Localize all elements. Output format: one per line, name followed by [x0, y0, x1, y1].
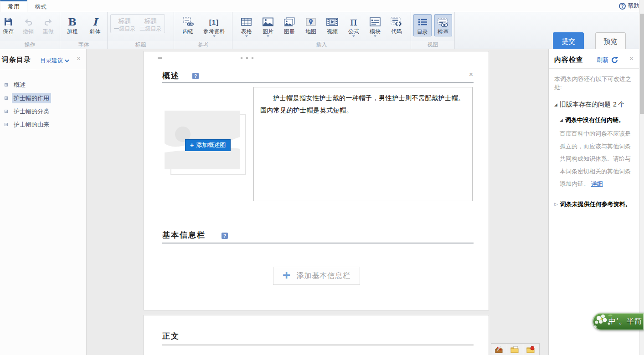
image-icon — [263, 15, 273, 28]
overview-divider — [162, 82, 474, 83]
formula-dropdown-caret-icon — [352, 36, 355, 38]
toc-sidebar-close-icon[interactable]: × — [77, 55, 81, 63]
insert-module-label: 模块 — [370, 28, 381, 35]
group-insert: 表格 图片 图册 — [232, 12, 411, 49]
module-icon — [370, 15, 381, 28]
insert-map-button[interactable]: 地图 — [301, 14, 321, 35]
toc-item-classification[interactable]: 护士帽的分类 — [0, 105, 86, 118]
add-infobox-label: 添加基本信息栏 — [296, 271, 350, 281]
insert-video-label: 视频 — [327, 28, 338, 35]
chevron-down-icon — [65, 58, 69, 62]
overview-image-placeholder: + 添加概述图 — [165, 111, 253, 183]
overview-text-input[interactable]: 护士帽是指女性护士戴的一种帽子，男性护士则不需配戴护士帽。国内常见的护士帽是英式… — [253, 87, 473, 201]
scrollbar-thumb[interactable] — [640, 14, 644, 114]
heading1-title: 标题 — [118, 17, 131, 25]
body-section-title: 正文 — [162, 331, 180, 341]
insert-module-button[interactable]: 模块 — [365, 14, 385, 38]
save-button[interactable]: 保存 — [0, 14, 18, 35]
editor-workspace: 词条目录 目录建议 × 概述 护士帽的作用 护士帽的分类 护士帽的由来 — [0, 49, 644, 355]
content-check-close-icon[interactable]: × — [629, 55, 634, 63]
italic-label: 斜体 — [90, 28, 101, 35]
heading1-button[interactable]: 标题 一级目录 — [112, 15, 138, 32]
detail-link[interactable]: 详细 — [591, 180, 603, 187]
issue-group-row[interactable]: ◢ 旧版本存在的问题 2 个 — [554, 101, 634, 109]
italic-icon: I — [93, 15, 97, 28]
tab-common-label: 常用 — [8, 3, 20, 11]
table-icon — [241, 15, 252, 28]
plus-icon: + — [283, 268, 291, 282]
insert-code-button[interactable]: 代码 — [386, 14, 407, 35]
toc-item-label: 护士帽的分类 — [12, 106, 51, 117]
group-label-operations: 操作 — [0, 41, 60, 49]
group-operations: 保存 撤销 重做 操作 — [0, 12, 60, 49]
toc-suggest-link[interactable]: 目录建议 — [40, 57, 68, 65]
add-infobox-button[interactable]: + 添加基本信息栏 — [273, 267, 360, 285]
infobox-help-icon[interactable]: ? — [222, 233, 228, 239]
help-label: 帮助 — [628, 2, 639, 10]
ribbon-tab-bar: 常用 格式 ? 帮助 — [0, 0, 644, 12]
scrolled-content-remnant — [158, 52, 263, 55]
heading2-title: 标题 — [144, 17, 157, 25]
insert-image-button[interactable]: 图片 — [258, 14, 278, 38]
reference-button[interactable]: [1] 参考资料 — [200, 14, 228, 38]
ime-folder-red-dot-icon[interactable] — [523, 344, 539, 355]
heading2-button[interactable]: 标题 二级目录 — [138, 15, 164, 32]
add-overview-image-label: 添加概述图 — [196, 140, 226, 151]
code-icon — [391, 15, 402, 28]
italic-button[interactable]: I 斜体 — [85, 14, 105, 35]
issue-no-reference-row[interactable]: ▷ 词条未提供任何参考资料。 — [554, 200, 634, 208]
reference-dropdown-caret-icon — [213, 36, 216, 38]
bold-label: 加粗 — [67, 28, 78, 35]
internal-link-button[interactable]: 内链 — [178, 14, 198, 35]
collapse-closed-icon: ▷ — [554, 202, 558, 207]
help-button[interactable]: ? 帮助 — [619, 2, 639, 10]
group-label-view: 视图 — [411, 41, 454, 49]
content-check-body: 本词条内容还有以下可改进之处: ◢ 旧版本存在的问题 2 个 ◢ 词条中没有任何… — [549, 75, 639, 208]
insert-formula-label: 公式 — [348, 28, 359, 35]
toc-item-label: 概述 — [12, 80, 27, 90]
tab-common[interactable]: 常用 — [0, 0, 27, 12]
toc-item-origin[interactable]: 护士帽的由来 — [0, 118, 86, 131]
ime-status-badge[interactable]: 中’。半简 — [592, 313, 644, 330]
undo-button[interactable]: 撤销 — [18, 14, 38, 35]
insert-image-label: 图片 — [263, 28, 273, 35]
issue-no-inlink-title: 词条中没有任何内链。 — [565, 116, 624, 124]
submit-button[interactable]: 提交 — [553, 32, 584, 51]
insert-code-label: 代码 — [391, 28, 402, 35]
insert-table-button[interactable]: 表格 — [237, 14, 257, 38]
undo-icon — [24, 15, 33, 28]
save-label: 保存 — [3, 28, 14, 35]
insert-formula-button[interactable]: π 公式 — [344, 14, 364, 38]
redo-button[interactable]: 重做 — [38, 14, 58, 35]
toc-suggest-label: 目录建议 — [40, 57, 63, 65]
issue-no-inlink-desc: 百度百科中的词条不应该是孤立的，而应该与其他词条共同构成知识体系。请给与本词条密… — [560, 127, 634, 190]
group-heading: 标题 一级目录 标题 二级目录 标题 — [108, 12, 174, 49]
toc-toggle-button[interactable]: 目录 — [413, 14, 432, 36]
collapse-open-icon: ◢ — [560, 118, 563, 122]
preview-button[interactable]: 预览 — [595, 32, 626, 51]
insert-album-button[interactable]: 图册 — [279, 14, 299, 35]
group-label-heading: 标题 — [108, 41, 174, 49]
overview-close-icon[interactable]: × — [469, 71, 473, 78]
toc-item-label: 护士帽的由来 — [12, 120, 51, 130]
ime-folder-papers-icon[interactable] — [507, 344, 523, 355]
bold-button[interactable]: B 加粗 — [62, 14, 82, 35]
toc-sidebar-title: 词条目录 — [2, 56, 31, 64]
refresh-button[interactable]: 刷新 — [597, 56, 618, 64]
issue-no-inlink-row[interactable]: ◢ 词条中没有任何内链。 — [560, 116, 634, 124]
add-overview-image-button[interactable]: + 添加概述图 — [185, 139, 231, 151]
ime-tray — [491, 343, 540, 355]
toc-icon — [417, 16, 428, 29]
ime-toolbox-icon[interactable] — [491, 344, 507, 355]
issue-no-reference-title: 词条未提供任何参考资料。 — [560, 200, 631, 208]
content-check-panel: 内容检查 刷新 × 本词条内容还有以下可改进之处: ◢ 旧版本存在的问题 2 个… — [548, 49, 639, 355]
collapse-open-icon: ◢ — [554, 102, 557, 107]
tab-format[interactable]: 格式 — [27, 0, 54, 12]
toc-toggle-label: 目录 — [417, 29, 428, 35]
redo-icon — [44, 15, 53, 28]
check-toggle-button[interactable]: 检查 — [434, 14, 453, 36]
insert-video-button[interactable]: 视频 — [322, 14, 342, 35]
toc-item-usage[interactable]: 护士帽的作用 — [0, 91, 86, 105]
overview-help-icon[interactable]: ? — [192, 73, 199, 79]
toc-item-overview[interactable]: 概述 — [0, 78, 86, 91]
